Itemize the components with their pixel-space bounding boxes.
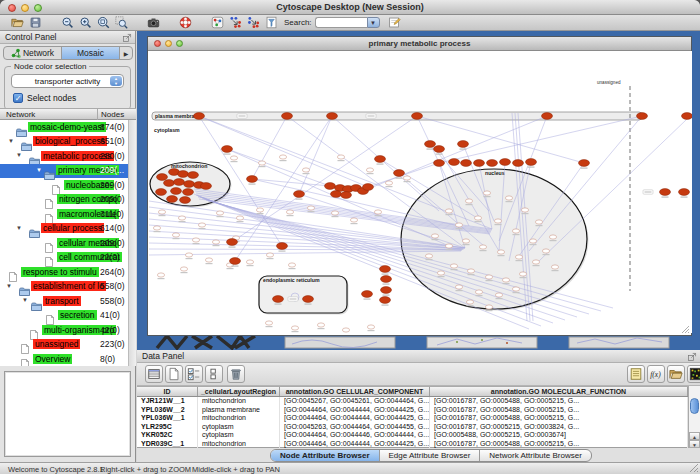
network-node[interactable] xyxy=(180,197,191,204)
network-node-small[interactable] xyxy=(331,211,338,215)
network-node-small[interactable] xyxy=(385,181,392,185)
network-node-small[interactable] xyxy=(502,278,509,282)
expand-arrow-icon[interactable]: ▼ xyxy=(16,152,22,158)
network-node[interactable] xyxy=(381,276,392,283)
network-node[interactable] xyxy=(526,159,537,166)
float-panel-icon[interactable] xyxy=(122,33,132,43)
dp-mini-button[interactable] xyxy=(205,365,223,383)
network-node-small[interactable] xyxy=(230,156,237,160)
network-node[interactable] xyxy=(247,176,258,183)
expand-arrow-icon[interactable]: ▼ xyxy=(36,167,42,173)
network-node[interactable] xyxy=(178,171,189,178)
network-node-small[interactable] xyxy=(337,155,344,159)
vizmapper-button[interactable] xyxy=(208,15,226,30)
network-node[interactable] xyxy=(375,156,386,163)
network-node[interactable] xyxy=(637,113,648,120)
network-node-small[interactable] xyxy=(512,229,519,233)
network-node-small[interactable] xyxy=(286,210,293,214)
birds-eye-view[interactable] xyxy=(4,371,131,457)
network-node[interactable] xyxy=(282,113,293,120)
zoom-in-button[interactable] xyxy=(76,15,94,30)
network-node-small[interactable] xyxy=(205,258,212,262)
scrollbar-thumb[interactable] xyxy=(690,398,699,414)
network-node[interactable] xyxy=(362,291,373,298)
network-node-small[interactable] xyxy=(307,206,314,210)
window-resize-grip[interactable] xyxy=(681,325,690,334)
table-row[interactable]: YKR052Ccytoplasm[GO:0044464, GO:0044446,… xyxy=(137,431,688,440)
network-node-small[interactable] xyxy=(475,290,482,294)
table-row[interactable]: YPL036W__2plasma membrane[GO:0044464, GO… xyxy=(137,406,688,415)
network-node[interactable] xyxy=(331,191,342,198)
search-input[interactable] xyxy=(315,17,367,28)
network-node-small[interactable] xyxy=(494,219,501,223)
network-node[interactable] xyxy=(327,113,338,120)
network-node-small[interactable] xyxy=(350,218,357,222)
network-node[interactable] xyxy=(500,159,511,166)
network-node-small[interactable] xyxy=(465,199,472,203)
app-resize-grip[interactable] xyxy=(689,463,699,473)
network-node-small[interactable] xyxy=(462,239,469,243)
network-node-small[interactable] xyxy=(474,216,481,220)
network-node[interactable] xyxy=(188,172,199,179)
network-node[interactable] xyxy=(461,160,472,167)
network-node-small[interactable] xyxy=(178,216,185,220)
tree-row[interactable]: ▼metabolic process280(0) xyxy=(0,149,128,164)
network-node-small[interactable] xyxy=(366,168,373,172)
network-node[interactable] xyxy=(434,146,445,153)
network-node[interactable] xyxy=(164,180,175,187)
float-panel-icon[interactable] xyxy=(687,352,697,362)
table-column-header[interactable]: _cellularLayoutRegion xyxy=(198,387,280,396)
dp-trash-button[interactable] xyxy=(227,365,245,383)
network-node-small[interactable] xyxy=(198,223,205,227)
expand-arrow-icon[interactable]: ▼ xyxy=(22,297,28,303)
zoom-selected-button[interactable] xyxy=(112,15,130,30)
network-node-small[interactable] xyxy=(279,155,286,159)
network-node[interactable] xyxy=(487,160,498,167)
network-node[interactable] xyxy=(449,159,460,166)
annotation-button[interactable] xyxy=(386,15,404,30)
tree-row[interactable]: ▼transport558(0) xyxy=(0,294,128,309)
tab-node-attribute-browser[interactable]: Node Attribute Browser xyxy=(271,450,380,461)
network-node[interactable] xyxy=(183,189,194,196)
network-node[interactable] xyxy=(277,243,288,250)
network-node-small[interactable] xyxy=(185,253,192,257)
network-node-small[interactable] xyxy=(431,234,438,238)
network-view-window[interactable]: primary metabolic process plasma membran… xyxy=(147,36,692,336)
tree-row[interactable]: multi-organism pro42(0) xyxy=(0,323,128,338)
table-row[interactable]: YDR039C__1mitochondrion[GO:0044464, GO:0… xyxy=(137,440,688,449)
network-node-small[interactable] xyxy=(445,244,452,248)
table-column-header[interactable]: annotation.GO MOLECULAR_FUNCTION xyxy=(430,387,688,396)
tree-row[interactable]: ▼establishment of lo558(0) xyxy=(0,280,128,295)
network-node[interactable] xyxy=(425,141,436,148)
network-node[interactable] xyxy=(513,160,524,167)
network-node[interactable] xyxy=(201,183,212,190)
expand-arrow-icon[interactable]: ▼ xyxy=(8,138,14,144)
network-node[interactable] xyxy=(579,160,590,167)
tree-row[interactable]: ▼primary metabo209(... xyxy=(0,164,128,179)
expand-arrow-icon[interactable]: ▼ xyxy=(16,225,22,231)
network-node-small[interactable] xyxy=(172,233,179,237)
network-node-small[interactable] xyxy=(505,196,512,200)
network-node-small[interactable] xyxy=(497,250,504,254)
network-node[interactable] xyxy=(174,179,185,186)
zoom-out-button[interactable] xyxy=(58,15,76,30)
network-node-small[interactable] xyxy=(549,235,556,239)
tree-row[interactable]: cellular metabo209(0) xyxy=(0,236,128,251)
network-node-small[interactable] xyxy=(302,168,309,172)
tree-row[interactable]: ▼cellular process614(0) xyxy=(0,222,128,237)
network-node[interactable] xyxy=(171,188,182,195)
network-node[interactable] xyxy=(394,170,405,177)
network-node-small[interactable] xyxy=(445,209,452,213)
filter-button[interactable] xyxy=(262,15,280,30)
network-node-small[interactable] xyxy=(542,249,549,253)
network-node-small[interactable] xyxy=(256,208,263,212)
select-nodes-checkbox[interactable]: ✓ xyxy=(13,93,23,103)
network-node-small[interactable] xyxy=(288,263,295,267)
network-node-small[interactable] xyxy=(485,275,492,279)
network-node-small[interactable] xyxy=(485,305,492,309)
dp-selattr-button[interactable] xyxy=(185,365,203,383)
dp-fx-button[interactable]: f(x) xyxy=(647,365,665,383)
network-node[interactable] xyxy=(341,192,352,199)
tab-edge-attribute-browser[interactable]: Edge Attribute Browser xyxy=(380,450,481,461)
network-node-small[interactable] xyxy=(342,328,349,332)
